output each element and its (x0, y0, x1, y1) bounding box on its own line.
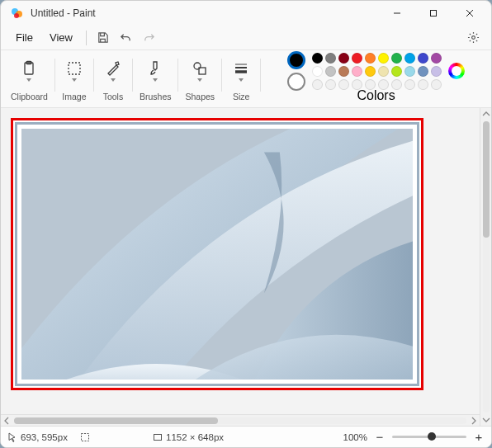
group-label: Size (233, 92, 249, 101)
svg-point-2 (14, 13, 19, 18)
zoom-level: 100% (343, 432, 367, 442)
size-button[interactable] (229, 60, 253, 82)
brushes-button[interactable] (143, 60, 168, 82)
svg-point-7 (471, 36, 475, 40)
color-swatch[interactable] (338, 66, 349, 77)
settings-icon[interactable] (461, 28, 485, 48)
cursor-position: 693, 595px (7, 432, 73, 442)
color-swatch[interactable] (338, 53, 349, 64)
color-swatch[interactable] (404, 66, 415, 77)
color-swatch[interactable] (418, 53, 428, 64)
image-dimensions: 1152 × 648px (153, 432, 224, 442)
color-swatch[interactable] (431, 66, 442, 77)
scrollbar-thumb[interactable] (14, 417, 218, 424)
group-colors: Colors (267, 54, 485, 103)
color-swatch[interactable] (391, 53, 402, 64)
maximize-button[interactable] (415, 1, 452, 26)
color-swatch[interactable] (352, 66, 362, 77)
color-swatch[interactable] (325, 79, 336, 90)
color-swatch[interactable] (378, 53, 389, 64)
group-brushes: Brushes (140, 54, 172, 101)
group-clipboard: Clipboard (11, 54, 48, 101)
title-bar: Untitled - Paint (1, 1, 491, 26)
svg-point-11 (194, 63, 201, 69)
color-swatch[interactable] (338, 79, 349, 90)
color-swatch[interactable] (404, 79, 415, 90)
color-secondary[interactable] (287, 73, 305, 91)
color-swatch[interactable] (365, 53, 376, 64)
svg-rect-4 (431, 11, 437, 17)
cursor-icon (7, 432, 17, 442)
zoom-out-button[interactable]: − (374, 433, 386, 441)
menu-view[interactable]: View (41, 28, 81, 47)
status-bar: 693, 595px 1152 × 648px 100% − + (1, 426, 491, 447)
ribbon: Clipboard Image Tools Brushes Shapes Siz… (1, 50, 491, 108)
color-swatch[interactable] (365, 66, 376, 77)
group-image: Image (62, 54, 87, 101)
canvas-image[interactable] (11, 118, 423, 390)
app-icon (11, 7, 24, 20)
group-label: Shapes (185, 92, 215, 101)
shapes-button[interactable] (187, 60, 212, 82)
group-label: Brushes (140, 92, 172, 101)
group-label: Colors (357, 88, 395, 103)
select-button[interactable] (62, 60, 87, 82)
svg-rect-10 (69, 63, 80, 74)
color-swatch[interactable] (431, 53, 442, 64)
color-swatch[interactable] (391, 66, 402, 77)
color-swatch[interactable] (404, 53, 415, 64)
minimize-button[interactable] (379, 1, 415, 26)
group-label: Image (62, 92, 86, 101)
zoom-slider[interactable] (392, 436, 466, 438)
paste-button[interactable] (17, 60, 41, 82)
menu-bar: File View (1, 26, 491, 50)
window-title: Untitled - Paint (31, 7, 96, 19)
paint-window: Untitled - Paint File View Clipboard Ima… (0, 0, 492, 448)
color-swatch[interactable] (325, 53, 336, 64)
group-size: Size (229, 54, 253, 101)
menu-file[interactable]: File (7, 28, 41, 47)
color-swatch[interactable] (312, 79, 323, 90)
color-picker-icon[interactable] (448, 63, 465, 79)
color-swatch[interactable] (418, 66, 428, 77)
group-tools: Tools (101, 54, 125, 101)
color-palette (312, 53, 442, 90)
scrollbar-thumb[interactable] (483, 121, 490, 238)
undo-icon[interactable] (115, 28, 138, 48)
color-swatch[interactable] (431, 79, 442, 90)
group-label: Tools (103, 92, 124, 101)
zoom-in-button[interactable]: + (473, 433, 485, 441)
color-swatch[interactable] (312, 53, 323, 64)
group-shapes: Shapes (185, 54, 215, 101)
dimensions-icon (153, 432, 163, 442)
svg-rect-18 (154, 434, 162, 440)
close-button[interactable] (452, 1, 488, 26)
canvas-area[interactable] (1, 108, 480, 414)
group-label: Clipboard (11, 92, 48, 101)
color-swatch[interactable] (418, 79, 428, 90)
scrollbar-vertical[interactable] (480, 108, 491, 426)
color-primary[interactable] (287, 51, 305, 69)
color-swatch[interactable] (352, 53, 362, 64)
selection-size (80, 432, 146, 442)
dimensions-text: 1152 × 648px (166, 432, 224, 442)
color-swatch[interactable] (312, 66, 323, 77)
color-swatch[interactable] (325, 66, 336, 77)
tools-button[interactable] (101, 60, 125, 82)
cursor-text: 693, 595px (21, 432, 68, 442)
workspace (1, 108, 491, 426)
selection-icon (80, 432, 90, 442)
redo-icon[interactable] (138, 28, 161, 48)
save-icon[interactable] (92, 28, 115, 48)
svg-rect-17 (82, 433, 89, 441)
color-swatch[interactable] (378, 66, 389, 77)
scrollbar-horizontal[interactable] (1, 414, 480, 426)
